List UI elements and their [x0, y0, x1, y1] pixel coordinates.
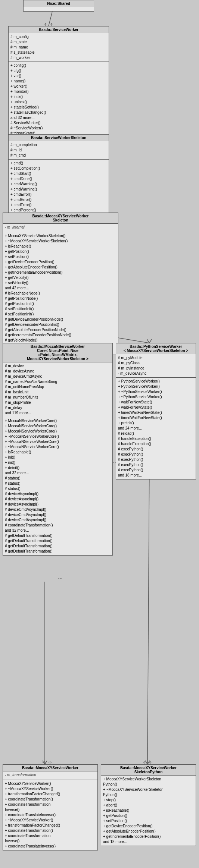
- moccaxy-sw-skeleton-python-box: Basda::MoccaXYServiceWorkerSkeletonPytho…: [101, 764, 196, 846]
- python-sw-box: Basda::PythonServiceWorker< MoccaXYServi…: [116, 343, 196, 479]
- moccan-sw-core-attrs: # m_device # m_deviceAsync # m_deviceCmd…: [3, 362, 112, 417]
- moccaxy-sw-skeleton-section-label: - m_internal: [3, 224, 118, 232]
- moccan-sw-core-title: Basda::MoccaNServiceWorkerCore< Nice::Po…: [3, 343, 112, 362]
- moccaxy-sw-section-label: - m_transformation: [3, 771, 97, 780]
- python-sw-attrs: # m_pyModule # m_pyClass # m_pyInstance …: [116, 354, 196, 378]
- svg-line-6: [147, 466, 149, 764]
- moccaxy-sw-skeleton-methods: + MoccaXYServiceWorkerSkeleton() + ~Mocc…: [3, 232, 118, 355]
- service-worker-skeleton-title: Basda::ServiceWorkerSkeleton: [9, 135, 109, 141]
- moccan-sw-core-methods: + MoccaNServiceWorkerCore() + MoccaNServ…: [3, 417, 112, 555]
- moccaxy-sw-skeleton-python-title: Basda::MoccaXYServiceWorkerSkeletonPytho…: [101, 765, 196, 776]
- python-sw-methods: + PythonServiceWorker() + PythonServiceW…: [116, 378, 196, 479]
- moccaxy-sw-skeleton-box: Basda::MoccaXYServiceWorkerSkeleton - m_…: [3, 213, 118, 355]
- moccan-sw-core-box: Basda::MoccaNServiceWorkerCore< Nice::Po…: [3, 343, 113, 556]
- service-worker-title: Basda::ServiceWorker: [9, 26, 109, 33]
- nice-shared-title: Nice::Shared: [24, 0, 94, 7]
- moccaxy-sw-methods: + MoccaXYServiceWorker() + ~MoccaXYServi…: [3, 780, 97, 850]
- diagram-container: Nice::Shared Basda::ServiceWorker # m_co…: [0, 0, 199, 868]
- moccaxy-sw-skeleton-python-methods: + MoccaXYServiceWorkerSkeletonPython() +…: [101, 776, 196, 846]
- moccaxy-sw-title: Basda::MoccaXYServiceWorker: [3, 765, 97, 771]
- service-worker-skeleton-attrs: # m_completion # m_id # m_cmd: [9, 141, 109, 160]
- nice-shared-box: Nice::Shared: [23, 0, 94, 12]
- svg-line-0: [49, 12, 52, 26]
- service-worker-attrs: # m_config # m_state # m_name # s_stateT…: [9, 33, 109, 62]
- moccaxy-sw-box: Basda::MoccaXYServiceWorker - m_transfor…: [3, 764, 98, 850]
- moccaxy-sw-skeleton-title: Basda::MoccaXYServiceWorkerSkeleton: [3, 213, 118, 224]
- python-sw-title: Basda::PythonServiceWorker< MoccaXYServi…: [116, 343, 196, 354]
